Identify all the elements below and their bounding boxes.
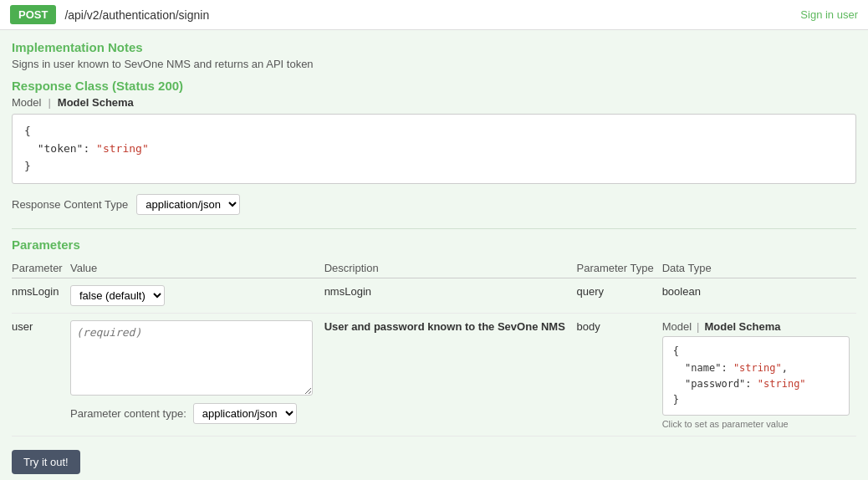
param-content-type-select[interactable]: application/json xyxy=(193,403,297,424)
param-type-nmslogin: query xyxy=(576,278,661,314)
user-code-password: "password": "string" xyxy=(673,376,839,392)
user-textarea[interactable] xyxy=(70,320,313,396)
param-desc-nmslogin: nmsLogin xyxy=(324,278,577,314)
table-header-row: Parameter Value Description Parameter Ty… xyxy=(12,258,856,278)
parameters-title: Parameters xyxy=(12,237,856,252)
user-code-open: { xyxy=(673,344,839,360)
col-description: Description xyxy=(324,258,577,278)
code-line-open: { xyxy=(24,123,844,140)
response-content-type-select[interactable]: application/json xyxy=(136,194,240,215)
parameters-table: Parameter Value Description Parameter Ty… xyxy=(12,258,856,437)
user-tab-separator: | xyxy=(697,320,699,333)
param-content-type-row: Parameter content type: application/json xyxy=(70,403,318,424)
implementation-notes-title: Implementation Notes xyxy=(12,40,856,54)
code-value-string: "string" xyxy=(96,142,149,155)
response-content-type-label: Response Content Type xyxy=(12,198,128,211)
response-code-block: { "token": "string" } xyxy=(12,114,856,184)
sign-in-link[interactable]: Sign in user xyxy=(800,8,858,21)
response-class-section: Response Class (Status 200) Model | Mode… xyxy=(12,79,856,184)
parameters-section: Parameters Parameter Value Description P… xyxy=(12,237,856,437)
user-schema-tab[interactable]: Model Schema xyxy=(704,320,780,333)
section-divider xyxy=(12,228,856,229)
table-row: nmsLogin false (default) true nmsLogin q… xyxy=(12,278,856,314)
user-code-close: } xyxy=(673,392,839,408)
response-model-tab[interactable]: Model xyxy=(12,96,41,109)
param-value-user: Parameter content type: application/json xyxy=(70,314,324,437)
user-code-block[interactable]: { "name": "string", "password": "string"… xyxy=(662,336,850,416)
click-hint: Click to set as parameter value xyxy=(662,419,850,429)
http-method-badge: POST xyxy=(10,5,56,24)
implementation-notes-description: Signs in user known to SevOne NMS and re… xyxy=(12,58,856,70)
param-datatype-nmslogin: boolean xyxy=(662,278,856,314)
param-model-user: Model | Model Schema { "name": "string",… xyxy=(662,314,856,437)
code-line-token: "token": "string" xyxy=(24,140,844,158)
col-data-type: Data Type xyxy=(662,258,856,278)
col-parameter: Parameter xyxy=(12,258,70,278)
user-model-tab[interactable]: Model xyxy=(662,320,692,333)
nmslogin-select[interactable]: false (default) true xyxy=(70,285,165,306)
response-content-type-row: Response Content Type application/json xyxy=(12,194,856,215)
param-value-nmslogin: false (default) true xyxy=(70,278,324,314)
response-schema-tab[interactable]: Model Schema xyxy=(58,96,134,109)
param-content-type-label: Parameter content type: xyxy=(70,407,186,420)
col-value: Value xyxy=(70,258,324,278)
try-it-out-button[interactable]: Try it out! xyxy=(12,450,80,474)
implementation-notes-section: Implementation Notes Signs in user known… xyxy=(12,40,856,70)
param-name-user: user xyxy=(12,314,70,437)
user-model-tabs: Model | Model Schema xyxy=(662,320,850,333)
user-code-name: "name": "string", xyxy=(673,360,839,376)
code-key-token: "token": xyxy=(38,142,96,155)
endpoint-path: /api/v2/authentication/signin xyxy=(64,8,209,22)
table-row: user Parameter content type: application… xyxy=(12,314,856,437)
main-content: Implementation Notes Signs in user known… xyxy=(0,30,868,480)
header-bar: POST /api/v2/authentication/signin Sign … xyxy=(0,0,868,30)
response-class-title: Response Class (Status 200) xyxy=(12,79,856,93)
code-line-close: } xyxy=(24,158,844,176)
user-description-bold: User and password known to the SevOne NM… xyxy=(324,320,565,333)
col-parameter-type: Parameter Type xyxy=(576,258,661,278)
param-name-nmslogin: nmsLogin xyxy=(12,278,70,314)
response-model-tabs: Model | Model Schema xyxy=(12,96,856,109)
param-desc-user: User and password known to the SevOne NM… xyxy=(324,314,577,437)
param-type-user: body xyxy=(576,314,661,437)
tab-separator: | xyxy=(48,96,50,109)
header-left: POST /api/v2/authentication/signin xyxy=(10,5,209,24)
